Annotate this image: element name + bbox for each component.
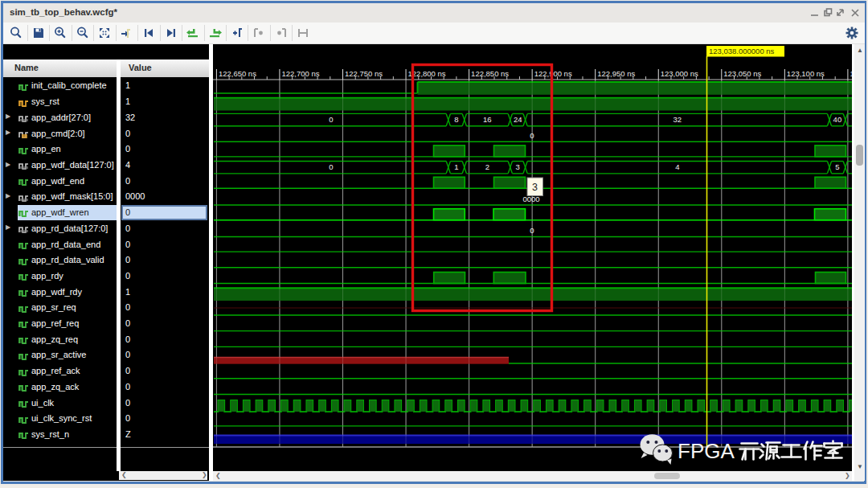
svg-text:40: 40 <box>833 115 842 124</box>
svg-text:16: 16 <box>483 115 492 124</box>
svg-text:0: 0 <box>329 115 333 124</box>
svg-text:122,900 ns: 122,900 ns <box>534 69 572 78</box>
svg-text:5: 5 <box>835 162 839 171</box>
svg-text:122,700 ns: 122,700 ns <box>281 69 319 78</box>
svg-text:32: 32 <box>674 115 682 124</box>
svg-text:123,038.000000 ns: 123,038.000000 ns <box>709 47 775 55</box>
svg-text:1: 1 <box>454 162 458 171</box>
svg-text:122,750 ns: 122,750 ns <box>345 69 383 78</box>
svg-text:0: 0 <box>329 162 333 171</box>
svg-text:122,650 ns: 122,650 ns <box>219 69 256 78</box>
svg-text:2: 2 <box>485 162 489 171</box>
svg-text:3: 3 <box>516 162 520 171</box>
svg-text:24: 24 <box>514 115 522 124</box>
svg-text:123,000 ns: 123,000 ns <box>661 69 698 78</box>
svg-text:122,950 ns: 122,950 ns <box>597 69 635 78</box>
svg-text:123,100 ns: 123,100 ns <box>787 69 825 78</box>
svg-text:8: 8 <box>454 115 458 124</box>
svg-text:4: 4 <box>675 162 679 171</box>
svg-text:123,050 ns: 123,050 ns <box>723 69 761 78</box>
svg-text:FPGA: FPGA <box>678 439 735 463</box>
svg-text:3: 3 <box>532 182 538 193</box>
svg-text:122,850 ns: 122,850 ns <box>471 69 509 78</box>
